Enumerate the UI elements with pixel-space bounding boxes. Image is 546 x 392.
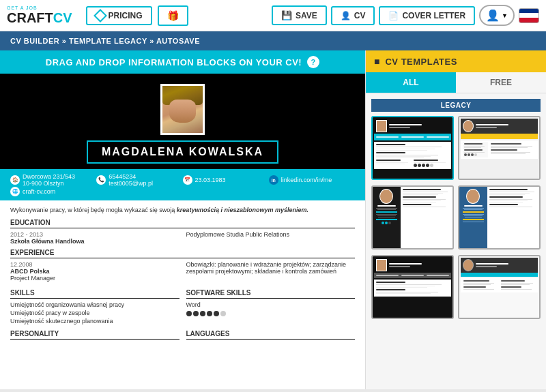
tab-all[interactable]: ALL bbox=[366, 72, 456, 93]
gift-icon: 🎁 bbox=[167, 10, 179, 21]
templates-icon: ■ bbox=[374, 56, 379, 67]
dot-1 bbox=[186, 311, 192, 316]
personality-section-title: PERSONALITY bbox=[10, 330, 179, 340]
cv-top-section: MAGDALENA KOWALSKA bbox=[0, 74, 365, 169]
templates-header: ■ CV TEMPLATES bbox=[366, 50, 546, 72]
right-panel: ■ CV TEMPLATES ALL FREE LEGACY bbox=[365, 50, 546, 389]
diamond-icon bbox=[94, 9, 107, 22]
logo-get-text: GET A JOB bbox=[7, 5, 72, 10]
dot-5 bbox=[214, 311, 219, 316]
education-entry: 2012 - 2013 Szkoła Główna Handlowa Podyp… bbox=[10, 231, 355, 245]
template-card-2[interactable] bbox=[458, 116, 541, 180]
cv-contact-dob: 📅 23.03.1983 bbox=[183, 173, 269, 187]
cv-contact-bar: 🏠 Dworcowa 231/543 10-900 Olsztyn 📞 6544… bbox=[0, 169, 365, 200]
cv-summary: Wykonywanie pracy, w której będę mogła w… bbox=[10, 206, 355, 215]
language-selector[interactable] bbox=[519, 8, 539, 23]
cv-icon: 👤 bbox=[341, 11, 351, 20]
dot-3 bbox=[200, 311, 205, 316]
user-icon: 👤 bbox=[486, 9, 500, 22]
cv-photo-image bbox=[162, 86, 203, 133]
web-icon: 🌐 bbox=[10, 187, 20, 196]
skill-dots bbox=[186, 311, 356, 316]
template-grid-1 bbox=[371, 116, 541, 180]
user-menu-button[interactable]: 👤 ▼ bbox=[479, 5, 515, 26]
dot-2 bbox=[193, 311, 199, 316]
phone-icon: 📞 bbox=[96, 175, 106, 185]
template-card-1[interactable] bbox=[371, 116, 454, 180]
skills-section-title: SKILLS bbox=[10, 289, 179, 299]
drag-header-text: DRAG AND DROP INFORMATION BLOCKS ON YOUR… bbox=[46, 57, 302, 67]
education-section-title: EDUCATION bbox=[10, 219, 355, 228]
template-card-3[interactable] bbox=[371, 185, 454, 250]
personality-row: PERSONALITY LANGUAGES bbox=[10, 326, 355, 342]
home-icon: 🏠 bbox=[10, 175, 20, 185]
breadcrumb: CV BUILDER » TEMPLATE LEGACY » AUTOSAVE bbox=[0, 31, 546, 50]
experience-section-title: EXPERIENCE bbox=[10, 249, 355, 258]
template-card-5[interactable] bbox=[371, 255, 454, 319]
cover-letter-icon: 📄 bbox=[388, 11, 399, 20]
logo: GET A JOB CRAFTCV bbox=[7, 5, 72, 26]
top-nav: GET A JOB CRAFTCV PRICING 🎁 💾 SAVE 👤 CV … bbox=[0, 0, 546, 31]
drag-header: DRAG AND DROP INFORMATION BLOCKS ON YOUR… bbox=[0, 50, 365, 74]
nav-right: 💾 SAVE 👤 CV 📄 COVER LETTER 👤 ▼ bbox=[272, 5, 539, 26]
cv-name-box: MAGDALENA KOWALSKA bbox=[87, 140, 278, 164]
skills-row: SKILLS Umiejętność organizowania własnej… bbox=[10, 285, 355, 326]
save-icon: 💾 bbox=[281, 10, 292, 20]
languages-section-title: LANGUAGES bbox=[186, 330, 356, 340]
experience-entry: 12.2008 ABCD Polska Project Manager Obow… bbox=[10, 261, 355, 282]
template-grid-3 bbox=[371, 255, 541, 319]
linkedin-icon: in bbox=[269, 175, 278, 185]
left-panel: DRAG AND DROP INFORMATION BLOCKS ON YOUR… bbox=[0, 50, 365, 389]
gift-button[interactable]: 🎁 bbox=[158, 5, 188, 26]
template-section-legacy: LEGACY bbox=[371, 99, 541, 112]
user-chevron-icon: ▼ bbox=[502, 12, 508, 19]
cv-label: CV bbox=[354, 11, 366, 20]
cv-body[interactable]: Wykonywanie pracy, w której będę mogła w… bbox=[0, 200, 365, 389]
cv-name: MAGDALENA KOWALSKA bbox=[102, 146, 263, 157]
cv-contact-web: 🌐 craft-cv.com bbox=[10, 187, 355, 196]
cv-contact-address: 🏠 Dworcowa 231/543 10-900 Olsztyn bbox=[10, 173, 96, 187]
dot-6 bbox=[220, 311, 226, 316]
cv-button[interactable]: 👤 CV bbox=[331, 6, 375, 25]
cv-photo bbox=[160, 84, 205, 135]
dot-4 bbox=[207, 311, 212, 316]
main-content: DRAG AND DROP INFORMATION BLOCKS ON YOUR… bbox=[0, 50, 546, 389]
cv-contact-phone: 📞 65445234 test0005@wp.pl bbox=[96, 173, 182, 187]
template-card-6[interactable] bbox=[458, 255, 541, 319]
cover-letter-button[interactable]: 📄 COVER LETTER bbox=[379, 6, 475, 25]
template-grid-2 bbox=[371, 185, 541, 250]
help-button[interactable]: ? bbox=[307, 56, 319, 68]
templates-tabs: ALL FREE bbox=[366, 72, 546, 93]
cover-letter-label: COVER LETTER bbox=[402, 11, 465, 20]
cv-preview: MAGDALENA KOWALSKA 🏠 Dworcowa 231/543 10… bbox=[0, 74, 365, 389]
save-button[interactable]: 💾 SAVE bbox=[272, 5, 327, 25]
template-card-4[interactable] bbox=[458, 185, 541, 250]
software-skills-section-title: SOFTWARE SKILLS bbox=[186, 289, 356, 299]
templates-title: CV TEMPLATES bbox=[385, 57, 457, 67]
logo-brand: CRAFTCV bbox=[7, 15, 72, 25]
cv-contact-linkedin: in linkedin.com/in/me bbox=[269, 173, 355, 187]
templates-body[interactable]: LEGACY bbox=[366, 93, 546, 389]
save-label: SAVE bbox=[296, 11, 317, 20]
calendar-icon: 📅 bbox=[183, 175, 192, 185]
tab-free[interactable]: FREE bbox=[456, 72, 546, 93]
pricing-label: PRICING bbox=[109, 11, 143, 20]
pricing-button[interactable]: PRICING bbox=[86, 6, 152, 25]
